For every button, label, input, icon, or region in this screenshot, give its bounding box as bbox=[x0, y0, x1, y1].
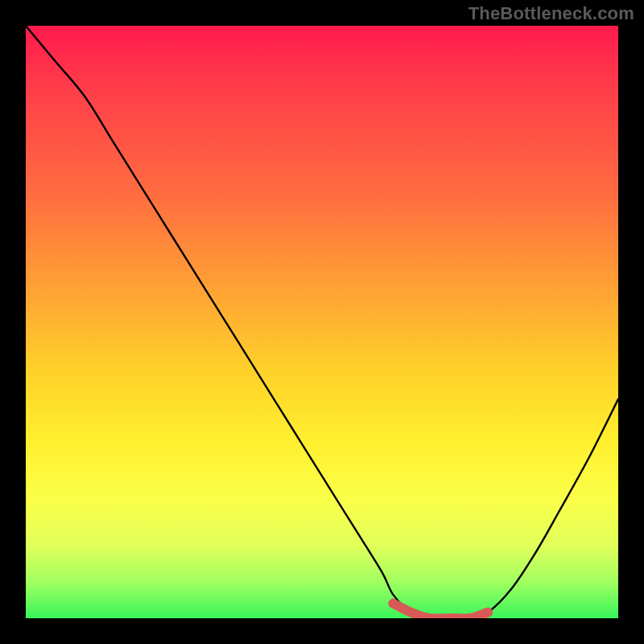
bottleneck-curve bbox=[26, 26, 618, 618]
curve-svg bbox=[26, 26, 618, 618]
watermark-text: TheBottleneck.com bbox=[469, 3, 634, 24]
plot-area bbox=[26, 26, 618, 618]
chart-frame: TheBottleneck.com bbox=[0, 0, 644, 644]
valley-marker bbox=[393, 604, 488, 618]
